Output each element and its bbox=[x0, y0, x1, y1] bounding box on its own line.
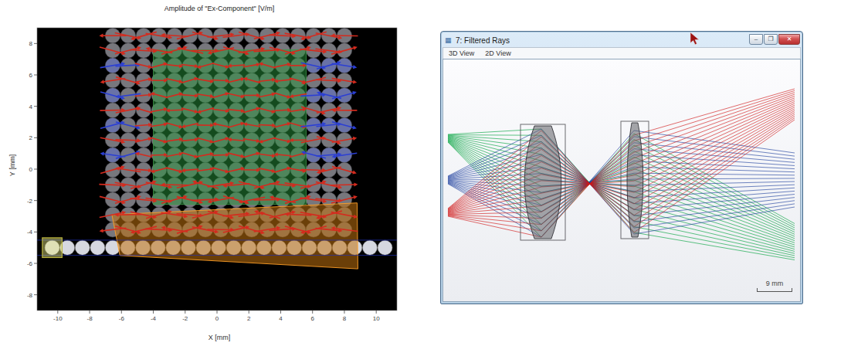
mouse-cursor-icon bbox=[690, 32, 701, 46]
close-button[interactable]: ✕ bbox=[778, 34, 800, 45]
svg-text:4: 4 bbox=[279, 315, 283, 322]
svg-text:-6: -6 bbox=[119, 315, 125, 322]
svg-text:6: 6 bbox=[310, 315, 314, 322]
svg-text:10: 10 bbox=[373, 315, 380, 322]
tab-2d-view[interactable]: 2D View bbox=[480, 49, 516, 58]
x-axis-label: X [mm] bbox=[12, 334, 403, 341]
filtered-rays-window: ▦ 7: Filtered Rays – ❐ ✕ 3D View 2D View… bbox=[440, 31, 803, 304]
plot-canvas[interactable]: -10-8-6-4-2024681086420-2-4-6-8 bbox=[12, 15, 402, 327]
svg-text:2: 2 bbox=[29, 134, 33, 141]
svg-text:-6: -6 bbox=[27, 260, 33, 267]
svg-text:-2: -2 bbox=[27, 198, 33, 205]
window-controls: – ❐ ✕ bbox=[749, 34, 800, 45]
window-icon: ▦ bbox=[445, 36, 453, 44]
plot-svg[interactable]: -10-8-6-4-2024681086420-2-4-6-8 bbox=[12, 15, 402, 327]
desktop: Amplitude of "Ex-Component" [V/m] -10-8-… bbox=[0, 0, 868, 346]
svg-text:6: 6 bbox=[29, 72, 33, 79]
svg-text:8: 8 bbox=[343, 315, 347, 322]
scale-bar: 9 mm bbox=[757, 280, 792, 292]
minimize-button[interactable]: – bbox=[749, 34, 763, 45]
scale-bar-line bbox=[757, 288, 792, 292]
view-tabbar: 3D View 2D View bbox=[442, 47, 801, 59]
field-amplitude-plot: Amplitude of "Ex-Component" [V/m] -10-8-… bbox=[12, 3, 403, 343]
svg-text:-4: -4 bbox=[27, 229, 33, 236]
svg-text:-4: -4 bbox=[151, 315, 157, 322]
svg-text:2: 2 bbox=[247, 315, 251, 322]
y-axis-label: Y [mm] bbox=[8, 154, 16, 176]
tab-3d-view[interactable]: 3D View bbox=[443, 49, 480, 58]
svg-text:-8: -8 bbox=[27, 292, 33, 299]
svg-text:0: 0 bbox=[215, 315, 219, 322]
window-title: 7: Filtered Rays bbox=[453, 36, 749, 45]
svg-text:-8: -8 bbox=[86, 315, 93, 322]
plot-title: Amplitude of "Ex-Component" [V/m] bbox=[12, 3, 403, 14]
svg-text:-10: -10 bbox=[53, 315, 63, 322]
maximize-button[interactable]: ❐ bbox=[764, 34, 778, 45]
window-titlebar[interactable]: ▦ 7: Filtered Rays – ❐ ✕ bbox=[442, 33, 801, 47]
ray-canvas[interactable]: 9 mm bbox=[442, 59, 801, 302]
svg-text:8: 8 bbox=[29, 40, 33, 47]
svg-text:4: 4 bbox=[29, 103, 33, 110]
rays-svg[interactable] bbox=[443, 59, 800, 301]
svg-text:0: 0 bbox=[29, 166, 33, 173]
svg-text:-2: -2 bbox=[182, 315, 188, 322]
scale-bar-label: 9 mm bbox=[757, 280, 792, 287]
